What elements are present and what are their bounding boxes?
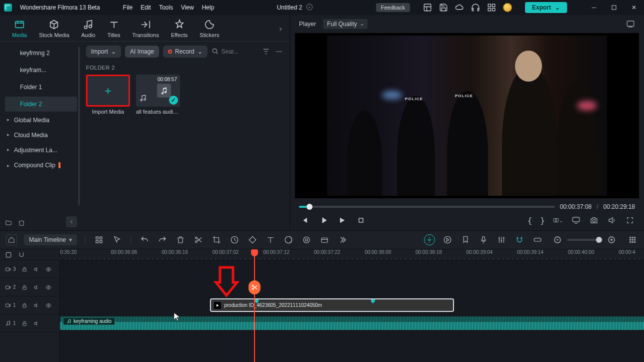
mute-icon[interactable] — [33, 320, 40, 327]
track-header-v3[interactable]: 3 — [0, 260, 60, 278]
more-icon[interactable]: ⋯ — [274, 47, 284, 56]
render-icon[interactable] — [442, 234, 453, 245]
tab-effects[interactable]: Effects — [171, 19, 188, 38]
keyframe-icon[interactable] — [247, 234, 258, 245]
quality-select[interactable]: Full Quality — [323, 19, 368, 29]
track-header-v1[interactable]: 1 — [0, 296, 60, 314]
play-icon[interactable] — [337, 215, 347, 225]
lane-v3[interactable] — [60, 260, 644, 278]
more-tools-icon[interactable] — [337, 234, 348, 245]
headphones-icon[interactable] — [471, 3, 480, 12]
delete-icon[interactable] — [175, 234, 186, 245]
sidebar-item-adjustment-layer[interactable]: Adjustment La... — [5, 143, 80, 158]
window-minimize[interactable]: ─ — [588, 2, 600, 14]
feedback-button[interactable]: Feedback — [376, 3, 410, 12]
record-button[interactable]: Record ⌄ — [163, 46, 208, 58]
lock-icon[interactable] — [21, 302, 28, 309]
video-clip[interactable]: production ID_4623605_20221111024050m — [210, 298, 454, 312]
mask-icon[interactable] — [319, 234, 330, 245]
sidebar-scrollbar[interactable] — [78, 47, 80, 205]
sidebar-item-folder2[interactable]: Folder 2 — [5, 97, 77, 112]
search-input[interactable] — [222, 48, 242, 55]
color-icon[interactable] — [283, 234, 294, 245]
sidebar-item-cloud-media[interactable]: Cloud Media — [5, 128, 80, 143]
audio-clip[interactable]: keyframing audio — [60, 316, 644, 330]
redo-icon[interactable] — [157, 234, 168, 245]
import-button[interactable]: Import ⌄ — [86, 46, 121, 58]
cloud-icon[interactable] — [455, 3, 464, 12]
playhead-scissors-icon[interactable] — [248, 280, 260, 294]
tab-stock-media[interactable]: Stock Media — [39, 19, 70, 38]
tab-stickers[interactable]: Stickers — [200, 19, 219, 38]
sidebar-item-global-media[interactable]: Global Media — [5, 113, 80, 128]
track-header-a1[interactable]: 1 — [0, 314, 60, 332]
stop-icon[interactable] — [356, 215, 366, 225]
menu-file[interactable]: File — [123, 4, 132, 11]
media-tile-audio[interactable]: 00:08:57 ✓ all featues audio 1 — [136, 75, 180, 115]
undo-icon[interactable] — [139, 234, 150, 245]
zoom-slider[interactable] — [567, 239, 602, 241]
window-maximize[interactable] — [608, 2, 620, 14]
tab-transitions[interactable]: Transitions — [132, 19, 159, 38]
new-folder-icon[interactable] — [5, 219, 12, 226]
fullscreen-icon[interactable] — [625, 215, 635, 225]
text-icon[interactable] — [265, 234, 276, 245]
lock-icon[interactable] — [21, 284, 28, 291]
menu-edit[interactable]: Edit — [140, 4, 151, 11]
menu-tools[interactable]: Tools — [159, 4, 173, 11]
menu-view[interactable]: View — [181, 4, 194, 11]
magnetic-icon[interactable] — [514, 234, 525, 245]
mute-icon[interactable] — [33, 284, 40, 291]
collapse-sidebar-icon[interactable] — [66, 216, 77, 227]
mark-out-icon[interactable]: } — [540, 216, 545, 225]
lane-v1[interactable]: production ID_4623605_20221111024050m — [60, 296, 644, 314]
export-button[interactable]: Export ⌄ — [525, 2, 567, 13]
marker-icon[interactable] — [460, 234, 471, 245]
timeline-breadcrumb[interactable]: Main Timeline ▾ — [24, 234, 77, 245]
track-magnet-icon[interactable] — [18, 251, 25, 258]
progress-track[interactable] — [299, 206, 555, 208]
visibility-icon[interactable] — [45, 284, 52, 291]
search-field[interactable] — [212, 48, 258, 56]
track-body[interactable]: 0:35:2000:00:36:0600:00:36:1600:00:37:02… — [60, 249, 644, 362]
import-media-tile[interactable]: ＋ Import Media — [86, 75, 130, 115]
zoom-in-icon[interactable] — [606, 234, 617, 245]
save-icon[interactable] — [439, 3, 448, 12]
volume-icon[interactable] — [607, 215, 617, 225]
tool-arrange-icon[interactable] — [94, 234, 104, 245]
apps-icon[interactable] — [487, 3, 496, 12]
motion-icon[interactable] — [301, 234, 312, 245]
sidebar-item-keyfram[interactable]: keyfram... — [5, 63, 77, 78]
crop-icon[interactable] — [211, 234, 222, 245]
playhead[interactable] — [254, 249, 255, 362]
tab-media[interactable]: Media — [12, 19, 27, 38]
sidebar-item-folder1[interactable]: Folder 1 — [5, 80, 77, 95]
new-bin-icon[interactable] — [18, 219, 25, 226]
sidebar-item-compound-clip[interactable]: Compound Clip — [5, 158, 80, 173]
track-options-icon[interactable] — [627, 234, 638, 245]
more-tabs-icon[interactable] — [278, 24, 284, 36]
visibility-icon[interactable] — [45, 302, 52, 309]
mute-icon[interactable] — [33, 302, 40, 309]
menu-help[interactable]: Help — [202, 4, 214, 11]
lock-icon[interactable] — [21, 320, 28, 327]
lock-icon[interactable] — [21, 266, 28, 273]
ai-image-button[interactable]: AI Image — [125, 46, 159, 58]
mixer-icon[interactable] — [496, 234, 507, 245]
prev-frame-icon[interactable] — [299, 215, 309, 225]
speed-icon[interactable] — [229, 234, 240, 245]
import-media-box[interactable]: ＋ — [86, 75, 130, 107]
tab-audio[interactable]: Audio — [82, 19, 96, 38]
split-icon[interactable] — [193, 234, 204, 245]
progress-knob[interactable] — [306, 204, 312, 210]
lane-a1[interactable]: keyframing audio — [60, 314, 644, 332]
compare-icon[interactable]: ⌄ — [553, 215, 563, 225]
ai-tools-icon[interactable] — [424, 234, 435, 245]
lane-v2[interactable] — [60, 278, 644, 296]
track-add-icon[interactable] — [5, 251, 12, 258]
filter-icon[interactable] — [262, 47, 270, 56]
window-close[interactable]: ✕ — [628, 2, 640, 14]
mark-in-icon[interactable]: { — [528, 216, 532, 225]
zoom-out-icon[interactable] — [552, 234, 563, 245]
time-ruler[interactable]: 0:35:2000:00:36:0600:00:36:1600:00:37:02… — [60, 249, 644, 260]
